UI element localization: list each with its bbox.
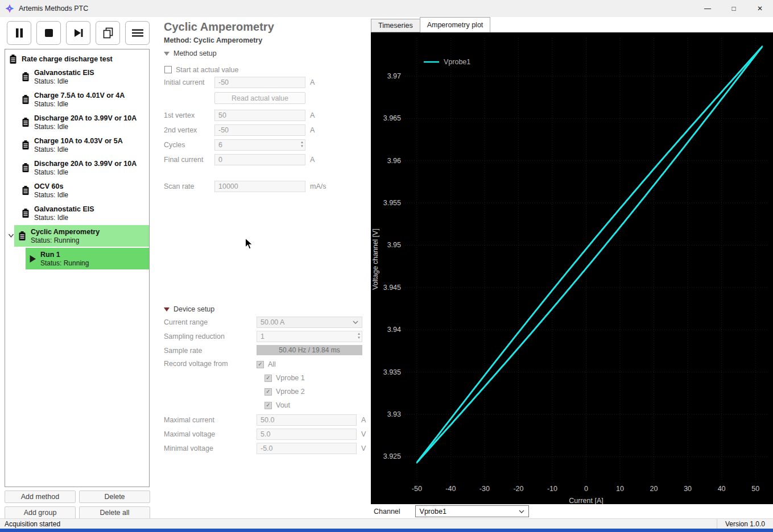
minimal-voltage-row: Minimal voltage V (164, 443, 369, 454)
pause-icon (15, 28, 24, 38)
tree-item-method[interactable]: Cyclic AmperometryStatus: Running (5, 225, 149, 247)
device-setup-header[interactable]: Device setup (164, 305, 369, 314)
sampling-reduction-spinner[interactable]: ▲▼ (357, 332, 361, 340)
tree-root-group[interactable]: Rate charge discharge test (5, 49, 149, 65)
plot-panel: Timeseries Amperometry plot -50-40-30-20… (371, 17, 773, 518)
vprobe-2-checkbox[interactable]: ✓ (264, 388, 272, 396)
spinner-up-icon[interactable]: ▲ (357, 332, 361, 336)
svg-text:-20: -20 (513, 485, 523, 493)
record-voltage-row: Record voltage from ✓All✓Vprobe 1✓Vprobe… (164, 358, 369, 412)
channel-dropdown[interactable]: Vprobe1 (415, 505, 529, 517)
spinner-down-icon[interactable]: ▼ (357, 336, 361, 340)
vprobe-1-checkbox[interactable]: ✓ (264, 375, 272, 382)
tree-item-run[interactable]: Run 1Status: Running (5, 247, 149, 270)
second-vertex-row: 2nd vertex A (164, 124, 369, 136)
method-setup-header[interactable]: Method setup (164, 49, 369, 58)
sample-rate-row: Sample rate 50.40 Hz / 19.84 ms (164, 345, 369, 355)
tree-item-title: Run 1 (40, 250, 89, 259)
vout-checkbox[interactable]: ✓ (264, 402, 272, 409)
first-vertex-input[interactable] (214, 110, 305, 121)
plot-tab-bar: Timeseries Amperometry plot (371, 17, 490, 32)
bottom-accent-bar (0, 529, 773, 532)
menu-button[interactable] (125, 21, 150, 45)
scan-rate-row: Scan rate mA/s (164, 180, 369, 193)
current-range-dropdown[interactable]: 50.00 A (257, 317, 362, 328)
sampling-reduction-input[interactable] (257, 331, 362, 342)
all-checkbox[interactable]: ✓ (257, 361, 264, 368)
tree-item-status: Status: Running (31, 236, 100, 245)
battery-icon (21, 140, 30, 150)
svg-text:3.93: 3.93 (387, 410, 401, 418)
check-icon: ✓ (266, 375, 270, 381)
delete-button[interactable]: Delete (79, 491, 150, 503)
method-tree: Rate charge discharge test Galvanostatic… (5, 49, 150, 487)
start-at-actual-checkbox[interactable] (164, 66, 172, 73)
channel-row: Channel Vprobe1 (371, 504, 773, 518)
tree-item-title: Charge 7.5A to 4.01V or 4A (34, 91, 125, 100)
sample-rate-display: 50.40 Hz / 19.84 ms (257, 345, 362, 355)
initial-current-row: Initial current A (164, 76, 369, 89)
maximal-current-row: Maximal current A (164, 414, 369, 426)
second-vertex-input[interactable] (214, 124, 305, 136)
maximal-voltage-input[interactable] (257, 429, 357, 440)
skip-button[interactable] (66, 21, 90, 45)
collapse-triangle-icon (164, 51, 170, 56)
scan-rate-input[interactable] (214, 181, 305, 192)
maximize-button[interactable]: □ (721, 0, 747, 17)
cycles-spinner[interactable]: ▲▼ (300, 140, 304, 148)
tree-root-label: Rate charge discharge test (22, 55, 113, 63)
record-option-label: Vout (276, 401, 290, 409)
tab-amperometry-plot[interactable]: Amperometry plot (420, 17, 491, 32)
record-option-label: Vprobe 2 (276, 388, 305, 396)
delete-all-button[interactable]: Delete all (79, 506, 150, 519)
start-at-actual-label: Start at actual value (176, 66, 238, 74)
start-at-actual-row: Start at actual value (164, 65, 369, 74)
svg-text:Voltage channel [V]: Voltage channel [V] (371, 228, 379, 290)
tree-item-method[interactable]: Discharge 20A to 3.99V or 10AStatus: Idl… (5, 111, 149, 134)
chevron-expanded-icon[interactable] (7, 232, 15, 239)
minimal-voltage-input[interactable] (257, 443, 357, 454)
tree-item-method[interactable]: Galvanostatic EISStatus: Idle (5, 202, 149, 225)
svg-text:3.935: 3.935 (383, 368, 401, 376)
record-option-row: ✓Vout (264, 399, 305, 412)
tree-item-method[interactable]: Galvanostatic EISStatus: Idle (5, 65, 149, 88)
page-title: Cyclic Amperometry (164, 20, 369, 34)
initial-current-input[interactable] (214, 77, 305, 88)
tree-item-title: OCV 60s (34, 182, 68, 191)
tree-item-method[interactable]: OCV 60sStatus: Idle (5, 179, 149, 202)
stop-button[interactable] (36, 21, 61, 45)
title-bar: Artemis Methods PTC — □ ✕ (0, 0, 773, 17)
tree-item-method[interactable]: Charge 10A to 4.03V or 5AStatus: Idle (5, 134, 149, 156)
tab-timeseries[interactable]: Timeseries (371, 19, 420, 32)
check-icon: ✓ (266, 389, 270, 394)
copy-button[interactable] (96, 21, 120, 45)
close-button[interactable]: ✕ (747, 0, 773, 17)
minimize-button[interactable]: — (695, 0, 721, 17)
final-current-input[interactable] (214, 154, 305, 165)
tree-item-title: Discharge 20A to 3.99V or 10A (34, 159, 137, 168)
svg-text:0: 0 (584, 485, 588, 493)
current-range-row: Current range 50.00 A (164, 317, 369, 328)
spinner-up-icon[interactable]: ▲ (300, 140, 304, 144)
tree-item-method[interactable]: Discharge 20A to 3.99V or 10AStatus: Idl… (5, 156, 149, 179)
chevron-down-icon (353, 321, 358, 324)
cycles-input[interactable] (214, 139, 305, 151)
channel-label: Channel (374, 508, 400, 516)
maximal-current-input[interactable] (257, 414, 357, 426)
tree-item-status: Status: Idle (34, 146, 123, 154)
method-subtitle: Method: Cyclic Amperometry (164, 36, 369, 45)
tree-item-status: Status: Idle (34, 168, 137, 177)
stop-icon (44, 28, 53, 38)
tree-item-method[interactable]: Charge 7.5A to 4.01V or 4AStatus: Idle (5, 88, 149, 111)
add-group-button[interactable]: Add group (5, 506, 76, 519)
battery-icon (21, 185, 30, 196)
check-icon: ✓ (266, 402, 270, 408)
read-actual-value-button[interactable]: Read actual value (214, 92, 305, 104)
tree-item-title: Discharge 20A to 3.99V or 10A (34, 114, 137, 123)
svg-text:50: 50 (751, 485, 759, 493)
add-method-button[interactable]: Add method (5, 491, 76, 503)
spinner-down-icon[interactable]: ▼ (300, 144, 304, 148)
pause-button[interactable] (7, 21, 31, 45)
amperometry-chart: -50-40-30-20-10010203040503.9253.933.935… (371, 32, 773, 504)
read-actual-row: Read actual value (214, 92, 369, 104)
